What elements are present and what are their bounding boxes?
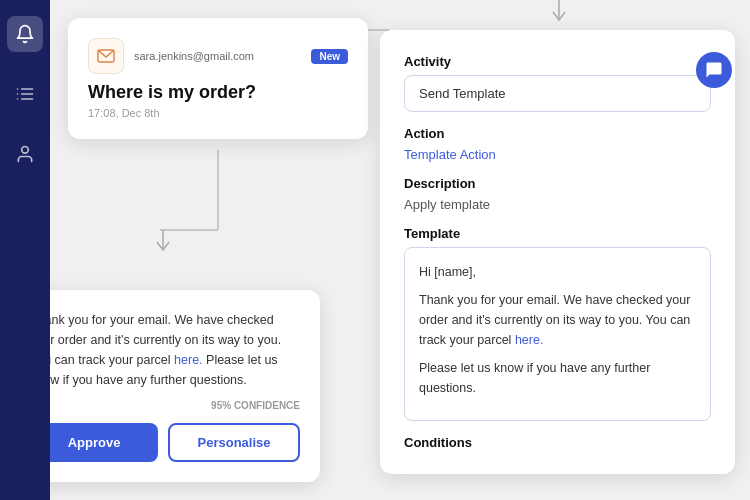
conditions-label: Conditions: [404, 435, 711, 450]
chat-bubble-button[interactable]: [696, 52, 732, 88]
template-body: Thank you for your email. We have checke…: [419, 290, 696, 350]
template-box: Hi [name], Thank you for your email. We …: [404, 247, 711, 421]
email-icon: [88, 38, 124, 74]
sender-email: sara.jenkins@gmail.com: [134, 50, 301, 62]
template-closing: Please let us know if you have any furth…: [419, 358, 696, 398]
email-card: sara.jenkins@gmail.com New Where is my o…: [68, 18, 368, 139]
arrow-to-preview-card: [155, 230, 171, 256]
sidebar-item-list[interactable]: [7, 76, 43, 112]
confidence-label: 95% CONFIDENCE: [30, 400, 300, 411]
action-link[interactable]: Template Action: [404, 147, 711, 162]
right-panel: Activity Action Template Action Descript…: [380, 30, 735, 474]
preview-card: Thank you for your email. We have checke…: [10, 290, 320, 482]
sidebar: [0, 0, 50, 500]
activity-input[interactable]: [404, 75, 711, 112]
sender-info: sara.jenkins@gmail.com: [134, 50, 301, 62]
template-greeting: Hi [name],: [419, 262, 696, 282]
activity-label: Activity: [404, 54, 711, 69]
preview-body: Thank you for your email. We have checke…: [30, 310, 300, 390]
action-label: Action: [404, 126, 711, 141]
new-badge: New: [311, 49, 348, 64]
preview-link[interactable]: here.: [174, 353, 203, 367]
description-label: Description: [404, 176, 711, 191]
template-label: Template: [404, 226, 711, 241]
description-value: Apply template: [404, 197, 711, 212]
svg-point-6: [22, 147, 29, 154]
arrow-to-right-panel: [551, 0, 567, 26]
sidebar-item-notifications[interactable]: [7, 16, 43, 52]
email-date: 17:08, Dec 8th: [88, 107, 348, 119]
sidebar-item-profile[interactable]: [7, 136, 43, 172]
email-subject: Where is my order?: [88, 82, 348, 103]
personalise-button[interactable]: Personalise: [168, 423, 300, 462]
template-link[interactable]: here.: [515, 333, 544, 347]
preview-actions: Approve Personalise: [30, 423, 300, 462]
